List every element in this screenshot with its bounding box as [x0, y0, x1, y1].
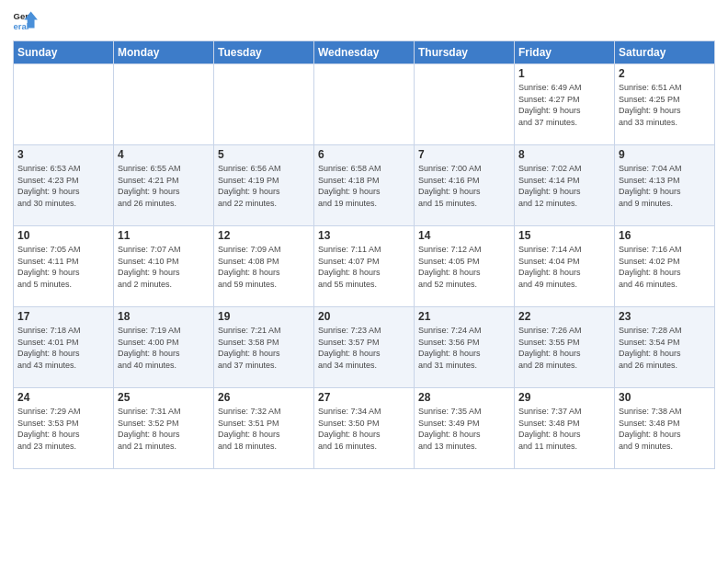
calendar-cell: 23Sunrise: 7:28 AM Sunset: 3:54 PM Dayli…: [615, 307, 715, 388]
logo: General: [13, 9, 40, 35]
day-number: 28: [418, 391, 510, 404]
calendar-week-2: 3Sunrise: 6:53 AM Sunset: 4:23 PM Daylig…: [14, 145, 715, 226]
calendar-week-5: 24Sunrise: 7:29 AM Sunset: 3:53 PM Dayli…: [14, 388, 715, 469]
calendar-week-3: 10Sunrise: 7:05 AM Sunset: 4:11 PM Dayli…: [14, 226, 715, 307]
calendar-cell: [314, 64, 415, 145]
day-info: Sunrise: 7:04 AM Sunset: 4:13 PM Dayligh…: [619, 163, 711, 209]
calendar-cell: 16Sunrise: 7:16 AM Sunset: 4:02 PM Dayli…: [615, 226, 715, 307]
day-info: Sunrise: 7:21 AM Sunset: 3:58 PM Dayligh…: [218, 325, 310, 371]
day-number: 2: [619, 67, 711, 80]
day-info: Sunrise: 7:18 AM Sunset: 4:01 PM Dayligh…: [17, 325, 109, 371]
day-number: 29: [518, 391, 610, 404]
calendar-header-sunday: Sunday: [14, 41, 114, 64]
day-number: 18: [118, 310, 210, 323]
calendar-cell: 6Sunrise: 6:58 AM Sunset: 4:18 PM Daylig…: [314, 145, 415, 226]
calendar-cell: 28Sunrise: 7:35 AM Sunset: 3:49 PM Dayli…: [415, 388, 515, 469]
day-info: Sunrise: 7:37 AM Sunset: 3:48 PM Dayligh…: [518, 406, 610, 452]
day-number: 4: [118, 148, 210, 161]
day-info: Sunrise: 7:16 AM Sunset: 4:02 PM Dayligh…: [619, 244, 711, 290]
day-number: 14: [418, 229, 510, 242]
day-number: 3: [17, 148, 109, 161]
day-number: 12: [218, 229, 310, 242]
calendar-cell: 17Sunrise: 7:18 AM Sunset: 4:01 PM Dayli…: [14, 307, 114, 388]
calendar-week-4: 17Sunrise: 7:18 AM Sunset: 4:01 PM Dayli…: [14, 307, 715, 388]
day-info: Sunrise: 7:00 AM Sunset: 4:16 PM Dayligh…: [418, 163, 510, 209]
day-info: Sunrise: 6:55 AM Sunset: 4:21 PM Dayligh…: [118, 163, 210, 209]
day-number: 17: [17, 310, 109, 323]
day-info: Sunrise: 7:28 AM Sunset: 3:54 PM Dayligh…: [619, 325, 711, 371]
day-number: 7: [418, 148, 510, 161]
calendar-cell: 14Sunrise: 7:12 AM Sunset: 4:05 PM Dayli…: [415, 226, 515, 307]
calendar-cell: [415, 64, 515, 145]
calendar-header-friday: Friday: [515, 41, 615, 64]
day-info: Sunrise: 7:23 AM Sunset: 3:57 PM Dayligh…: [318, 325, 410, 371]
calendar-cell: 30Sunrise: 7:38 AM Sunset: 3:48 PM Dayli…: [615, 388, 715, 469]
day-info: Sunrise: 6:49 AM Sunset: 4:27 PM Dayligh…: [518, 82, 610, 128]
calendar-cell: 21Sunrise: 7:24 AM Sunset: 3:56 PM Dayli…: [415, 307, 515, 388]
day-number: 27: [318, 391, 410, 404]
calendar-cell: 2Sunrise: 6:51 AM Sunset: 4:25 PM Daylig…: [615, 64, 715, 145]
calendar-header-tuesday: Tuesday: [214, 41, 314, 64]
day-number: 6: [318, 148, 410, 161]
day-number: 5: [218, 148, 310, 161]
day-info: Sunrise: 7:34 AM Sunset: 3:50 PM Dayligh…: [318, 406, 410, 452]
day-info: Sunrise: 7:29 AM Sunset: 3:53 PM Dayligh…: [17, 406, 109, 452]
day-number: 22: [518, 310, 610, 323]
day-number: 23: [619, 310, 711, 323]
calendar-header-saturday: Saturday: [615, 41, 715, 64]
calendar-week-1: 1Sunrise: 6:49 AM Sunset: 4:27 PM Daylig…: [14, 64, 715, 145]
calendar-cell: 26Sunrise: 7:32 AM Sunset: 3:51 PM Dayli…: [214, 388, 314, 469]
day-info: Sunrise: 7:07 AM Sunset: 4:10 PM Dayligh…: [118, 244, 210, 290]
day-info: Sunrise: 7:31 AM Sunset: 3:52 PM Dayligh…: [118, 406, 210, 452]
day-number: 19: [218, 310, 310, 323]
calendar-cell: 9Sunrise: 7:04 AM Sunset: 4:13 PM Daylig…: [615, 145, 715, 226]
calendar-cell: 1Sunrise: 6:49 AM Sunset: 4:27 PM Daylig…: [515, 64, 615, 145]
day-number: 15: [518, 229, 610, 242]
header: General: [13, 9, 715, 35]
day-number: 16: [619, 229, 711, 242]
day-info: Sunrise: 7:19 AM Sunset: 4:00 PM Dayligh…: [118, 325, 210, 371]
calendar: SundayMondayTuesdayWednesdayThursdayFrid…: [13, 40, 715, 469]
day-info: Sunrise: 7:32 AM Sunset: 3:51 PM Dayligh…: [218, 406, 310, 452]
calendar-cell: 24Sunrise: 7:29 AM Sunset: 3:53 PM Dayli…: [14, 388, 114, 469]
calendar-header-monday: Monday: [114, 41, 214, 64]
calendar-cell: 7Sunrise: 7:00 AM Sunset: 4:16 PM Daylig…: [415, 145, 515, 226]
day-info: Sunrise: 7:24 AM Sunset: 3:56 PM Dayligh…: [418, 325, 510, 371]
calendar-cell: 12Sunrise: 7:09 AM Sunset: 4:08 PM Dayli…: [214, 226, 314, 307]
day-info: Sunrise: 6:51 AM Sunset: 4:25 PM Dayligh…: [619, 82, 711, 128]
calendar-cell: 20Sunrise: 7:23 AM Sunset: 3:57 PM Dayli…: [314, 307, 415, 388]
day-info: Sunrise: 6:56 AM Sunset: 4:19 PM Dayligh…: [218, 163, 310, 209]
calendar-cell: 11Sunrise: 7:07 AM Sunset: 4:10 PM Dayli…: [114, 226, 214, 307]
calendar-cell: 13Sunrise: 7:11 AM Sunset: 4:07 PM Dayli…: [314, 226, 415, 307]
svg-text:eral: eral: [14, 21, 29, 31]
calendar-cell: 18Sunrise: 7:19 AM Sunset: 4:00 PM Dayli…: [114, 307, 214, 388]
logo-icon: General: [13, 9, 39, 35]
calendar-cell: [14, 64, 114, 145]
day-info: Sunrise: 7:11 AM Sunset: 4:07 PM Dayligh…: [318, 244, 410, 290]
calendar-cell: 27Sunrise: 7:34 AM Sunset: 3:50 PM Dayli…: [314, 388, 415, 469]
day-number: 10: [17, 229, 109, 242]
calendar-cell: [114, 64, 214, 145]
calendar-cell: 22Sunrise: 7:26 AM Sunset: 3:55 PM Dayli…: [515, 307, 615, 388]
day-number: 26: [218, 391, 310, 404]
day-number: 24: [17, 391, 109, 404]
calendar-cell: 5Sunrise: 6:56 AM Sunset: 4:19 PM Daylig…: [214, 145, 314, 226]
day-info: Sunrise: 6:53 AM Sunset: 4:23 PM Dayligh…: [17, 163, 109, 209]
day-number: 9: [619, 148, 711, 161]
calendar-header-thursday: Thursday: [415, 41, 515, 64]
calendar-header-row: SundayMondayTuesdayWednesdayThursdayFrid…: [14, 41, 715, 64]
day-info: Sunrise: 7:26 AM Sunset: 3:55 PM Dayligh…: [518, 325, 610, 371]
page: General SundayMondayTuesdayWednesdayThur…: [0, 0, 728, 563]
day-number: 20: [318, 310, 410, 323]
day-info: Sunrise: 7:12 AM Sunset: 4:05 PM Dayligh…: [418, 244, 510, 290]
day-info: Sunrise: 6:58 AM Sunset: 4:18 PM Dayligh…: [318, 163, 410, 209]
day-number: 11: [118, 229, 210, 242]
day-info: Sunrise: 7:14 AM Sunset: 4:04 PM Dayligh…: [518, 244, 610, 290]
day-info: Sunrise: 7:35 AM Sunset: 3:49 PM Dayligh…: [418, 406, 510, 452]
day-number: 25: [118, 391, 210, 404]
calendar-cell: 8Sunrise: 7:02 AM Sunset: 4:14 PM Daylig…: [515, 145, 615, 226]
day-info: Sunrise: 7:09 AM Sunset: 4:08 PM Dayligh…: [218, 244, 310, 290]
calendar-cell: 19Sunrise: 7:21 AM Sunset: 3:58 PM Dayli…: [214, 307, 314, 388]
calendar-cell: 29Sunrise: 7:37 AM Sunset: 3:48 PM Dayli…: [515, 388, 615, 469]
day-number: 13: [318, 229, 410, 242]
